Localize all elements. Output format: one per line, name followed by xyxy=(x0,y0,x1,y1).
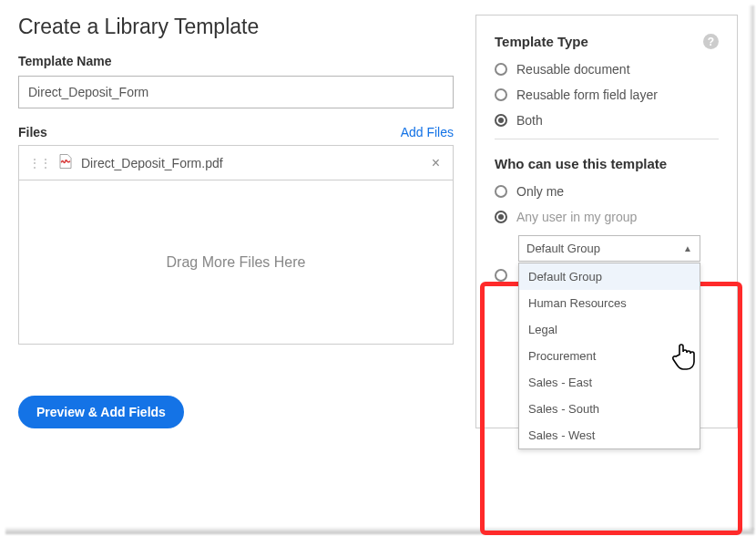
group-dropdown-item[interactable]: Human Resources xyxy=(519,290,700,316)
drag-handle-icon[interactable]: ⋮⋮ xyxy=(28,156,50,170)
group-dropdown: Default Group Human Resources Legal Proc… xyxy=(518,263,700,449)
group-select-value: Default Group xyxy=(526,242,600,255)
template-name-input[interactable] xyxy=(18,76,454,108)
template-type-title-text: Template Type xyxy=(495,34,588,49)
who-can-use-title: Who can use this template xyxy=(495,156,719,171)
group-select[interactable]: Default Group ▲ Default Group Human Reso… xyxy=(518,235,700,262)
template-type-title: Template Type ? xyxy=(495,34,719,49)
who-can-use-option[interactable]: Any user in my group xyxy=(495,210,719,224)
radio-icon[interactable] xyxy=(495,211,507,223)
template-type-option[interactable]: Reusable document xyxy=(495,62,719,77)
group-dropdown-item[interactable]: Default Group xyxy=(519,263,700,290)
help-icon[interactable]: ? xyxy=(703,34,719,49)
remove-file-icon[interactable]: × xyxy=(428,155,444,171)
screenshot-shadow xyxy=(5,527,754,534)
template-type-option[interactable]: Reusable form field layer xyxy=(495,88,719,102)
radio-label: Reusable document xyxy=(516,62,630,77)
group-dropdown-item[interactable]: Procurement xyxy=(519,343,700,369)
preview-add-fields-button[interactable]: Preview & Add Fields xyxy=(18,396,184,428)
radio-icon[interactable] xyxy=(495,63,507,76)
who-can-use-option[interactable]: Only me xyxy=(495,184,719,199)
radio-icon[interactable] xyxy=(495,114,507,127)
who-can-use-title-text: Who can use this template xyxy=(495,156,667,171)
add-files-link[interactable]: Add Files xyxy=(401,125,454,139)
template-type-option[interactable]: Both xyxy=(495,113,719,128)
radio-icon[interactable] xyxy=(495,269,507,282)
page-title: Create a Library Template xyxy=(18,15,454,39)
pdf-icon xyxy=(57,153,74,172)
chevron-up-icon: ▲ xyxy=(683,243,692,253)
divider xyxy=(495,139,719,139)
group-select-display[interactable]: Default Group ▲ xyxy=(518,235,700,262)
dropzone-text: Drag More Files Here xyxy=(167,254,306,271)
radio-label: Any user in my group xyxy=(516,210,637,224)
group-dropdown-item[interactable]: Legal xyxy=(519,316,700,343)
radio-label: Reusable form field layer xyxy=(516,88,658,102)
radio-icon[interactable] xyxy=(495,88,507,101)
template-name-label: Template Name xyxy=(18,54,454,68)
group-dropdown-item[interactable]: Sales - East xyxy=(519,369,700,396)
file-name: Direct_Deposit_Form.pdf xyxy=(81,156,223,170)
file-dropzone[interactable]: Drag More Files Here xyxy=(18,180,454,345)
files-label: Files xyxy=(18,125,47,139)
radio-label: Only me xyxy=(516,184,564,199)
group-dropdown-item[interactable]: Sales - West xyxy=(519,422,700,448)
radio-icon[interactable] xyxy=(495,185,507,198)
group-dropdown-item[interactable]: Sales - South xyxy=(519,396,700,422)
file-row: ⋮⋮ Direct_Deposit_Form.pdf × xyxy=(18,145,454,180)
radio-label: Both xyxy=(516,113,543,128)
